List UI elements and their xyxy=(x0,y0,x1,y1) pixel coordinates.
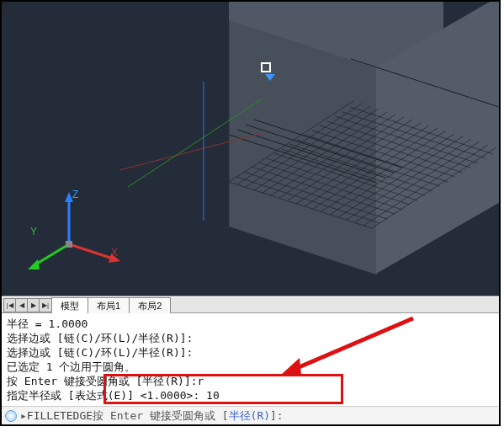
svg-line-40 xyxy=(119,133,263,170)
svg-line-39 xyxy=(372,147,496,228)
svg-line-34 xyxy=(330,134,454,215)
tab-prev-button[interactable]: ◀ xyxy=(16,299,28,312)
crosshair-axes xyxy=(153,86,305,240)
viewport-3d[interactable]: X Y Z xyxy=(2,2,499,296)
cmd-line: 选择边或 [链(C)/环(L)/半径(R)]: xyxy=(7,345,494,360)
svg-line-13 xyxy=(289,144,432,191)
tab-layout2[interactable]: 布局2 xyxy=(129,297,171,313)
cmd-prompt-post: ]: xyxy=(270,409,284,422)
cmd-chevron-icon: ▸ xyxy=(20,409,27,422)
layout-tabs-bar: |◀ ◀ ▶ ▶| 模型 布局1 布局2 xyxy=(2,296,499,313)
svg-line-16 xyxy=(312,131,455,177)
command-history[interactable]: 半径 = 1.0000 选择边或 [链(C)/环(L)/半径(R)]: 选择边或… xyxy=(2,313,499,406)
tab-model[interactable]: 模型 xyxy=(51,297,88,313)
pick-box xyxy=(261,62,271,72)
tab-layout1[interactable]: 布局1 xyxy=(88,297,130,313)
tab-nav-buttons: |◀ ◀ ▶ ▶| xyxy=(3,298,52,312)
svg-line-36 xyxy=(347,139,471,220)
tab-last-button[interactable]: ▶| xyxy=(40,299,51,312)
cmd-line: 已选定 1 个边用于圆角。 xyxy=(7,360,494,374)
cmd-name: FILLETEDGE xyxy=(27,409,93,422)
svg-marker-48 xyxy=(28,259,40,269)
command-input-bar[interactable]: ▸ FILLETEDGE 按 Enter 键接受圆角或 [ 半径(R) ]: xyxy=(2,406,499,424)
ucs-y-label: Y xyxy=(30,226,37,237)
svg-line-38 xyxy=(363,145,488,226)
tab-next-button[interactable]: ▶ xyxy=(28,299,40,312)
cmd-line: 选择边或 [链(C)/环(L)/半径(R)]: xyxy=(7,331,494,345)
svg-line-14 xyxy=(297,140,440,186)
ucs-x-label: X xyxy=(111,247,118,259)
cmd-line: 指定半径或 [表达式(E)] <1.0000>: 10 xyxy=(7,388,494,403)
ucs-icon[interactable]: X Y Z xyxy=(31,195,132,278)
svg-line-45 xyxy=(69,244,115,259)
ucs-z-label: Z xyxy=(72,189,78,200)
svg-line-15 xyxy=(305,135,448,182)
cmd-prompt-pre: 按 Enter 键接受圆角或 [ xyxy=(93,408,228,424)
cmd-line: 半径 = 1.0000 xyxy=(7,317,494,331)
svg-line-32 xyxy=(313,128,438,209)
cmd-line: 按 Enter 键接受圆角或 [半径(R)]:r xyxy=(7,374,494,388)
tab-first-button[interactable]: |◀ xyxy=(4,299,16,312)
pick-triangle-icon xyxy=(265,74,275,81)
svg-rect-49 xyxy=(66,241,72,248)
svg-line-31 xyxy=(305,125,429,206)
svg-line-35 xyxy=(338,136,463,217)
cmd-balloon-icon xyxy=(5,410,17,422)
svg-line-41 xyxy=(128,99,263,187)
cmd-option-radius[interactable]: 半径(R) xyxy=(229,408,270,424)
